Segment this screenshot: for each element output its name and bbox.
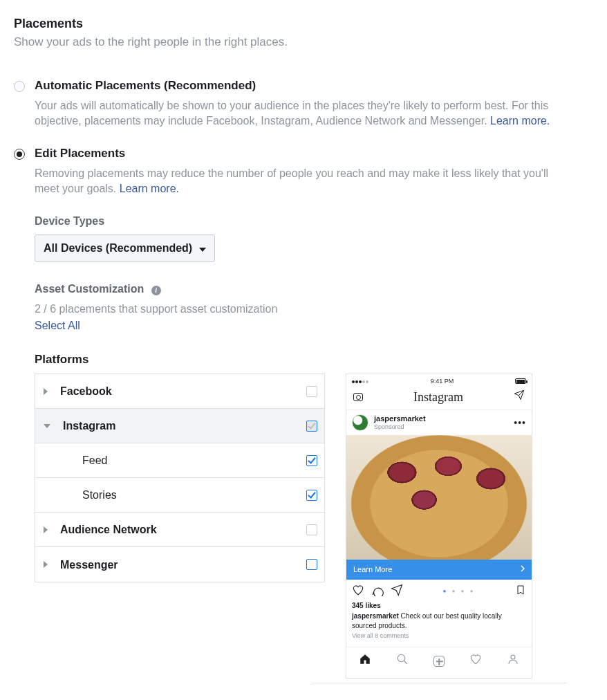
edit-learn-more-link[interactable]: Learn more. [120, 183, 179, 194]
platform-subrow-stories[interactable]: Stories [35, 478, 324, 513]
ad-preview-phone: 9:41 PM Instagram jaspersmarket Sponsore… [346, 374, 532, 679]
sub-placement-name: Stories [63, 488, 301, 503]
view-all-comments: View all 8 comments [346, 630, 532, 647]
cta-label: Learn More [353, 564, 392, 575]
signal-icon [352, 377, 369, 385]
comment-icon [371, 584, 384, 600]
post-caption: jaspersmarket Check out our best quality… [346, 610, 532, 630]
caret-down-icon [199, 241, 206, 256]
activity-icon [469, 653, 482, 670]
device-types-label: Device Types [35, 214, 593, 229]
sponsored-label: Sponsored [374, 423, 514, 431]
post-username: jaspersmarket [374, 414, 514, 423]
radio-label: Edit Placements [35, 146, 125, 162]
platform-row-facebook[interactable]: Facebook [35, 374, 324, 409]
chevron-right-icon [44, 388, 48, 395]
send-icon [514, 389, 525, 404]
phone-status-bar: 9:41 PM [346, 374, 532, 385]
divider [311, 683, 567, 683]
share-icon [391, 584, 403, 600]
battery-icon [515, 378, 526, 384]
platform-row-instagram[interactable]: Instagram [35, 409, 324, 443]
asset-customization-text: Asset Customization [35, 283, 144, 295]
automatic-learn-more-link[interactable]: Learn more. [490, 115, 550, 127]
platforms-label: Platforms [35, 352, 593, 368]
device-types-select[interactable]: All Devices (Recommended) [35, 234, 215, 262]
post-image [346, 435, 532, 560]
platform-row-audience-network[interactable]: Audience Network [35, 513, 324, 547]
cta-bar: Learn More [346, 560, 532, 580]
platform-subrow-feed[interactable]: Feed [35, 443, 324, 478]
platform-name: Instagram [63, 418, 301, 434]
platform-name: Audience Network [60, 522, 301, 537]
automatic-description-text: Your ads will automatically be shown to … [35, 100, 548, 127]
info-icon[interactable]: i [151, 286, 161, 295]
carousel-dots: ● ● ● ● [410, 588, 508, 596]
automatic-description: Your ads will automatically be shown to … [35, 98, 574, 128]
radio-edit-placements[interactable]: Edit Placements [14, 146, 593, 162]
radio-indicator [14, 81, 25, 92]
radio-automatic-placements[interactable]: Automatic Placements (Recommended) [14, 78, 593, 94]
status-time: 9:41 PM [431, 377, 454, 385]
post-header: jaspersmarket Sponsored ••• [346, 410, 532, 435]
sub-placement-name: Feed [63, 453, 301, 468]
radio-label: Automatic Placements (Recommended) [35, 78, 256, 94]
chevron-right-icon [521, 564, 525, 575]
asset-customization-label: Asset Customization i [35, 282, 593, 297]
instagram-logo: Instagram [413, 389, 463, 405]
radio-indicator [14, 149, 25, 160]
chevron-right-icon [44, 526, 48, 533]
platform-row-messenger[interactable]: Messenger [35, 547, 324, 582]
preview-container: 9:41 PM Instagram jaspersmarket Sponsore… [346, 374, 567, 683]
camera-icon [353, 393, 363, 401]
instagram-header: Instagram [346, 386, 532, 410]
likes-count: 345 likes [346, 601, 532, 611]
checkbox-audience-network[interactable] [306, 524, 317, 535]
home-icon [359, 653, 371, 670]
device-types-value: All Devices (Recommended) [44, 241, 192, 256]
more-icon: ••• [514, 416, 526, 430]
profile-icon [507, 653, 519, 670]
add-post-icon [433, 656, 445, 667]
instagram-bottom-nav [346, 647, 532, 678]
checkbox-facebook[interactable] [306, 386, 317, 397]
section-subtitle: Show your ads to the right people in the… [14, 35, 593, 50]
chevron-right-icon [44, 561, 48, 568]
section-title: Placements [14, 15, 593, 32]
edit-description-text: Removing placements may reduce the numbe… [35, 167, 548, 194]
asset-customization-count: 2 / 6 placements that support asset cust… [35, 302, 593, 317]
platform-name: Facebook [60, 384, 301, 399]
svg-point-1 [511, 655, 515, 659]
search-icon [396, 653, 409, 670]
checkbox-instagram[interactable] [306, 421, 317, 432]
svg-point-0 [398, 655, 405, 663]
post-actions: ● ● ● ● [346, 580, 532, 601]
select-all-link[interactable]: Select All [35, 318, 80, 333]
bookmark-icon [515, 584, 526, 600]
checkbox-stories[interactable] [306, 490, 317, 501]
heart-icon [352, 584, 364, 600]
chevron-down-icon [44, 424, 50, 428]
platform-name: Messenger [60, 558, 301, 573]
edit-description: Removing placements may reduce the numbe… [35, 166, 574, 196]
checkbox-messenger[interactable] [306, 559, 317, 570]
avatar [352, 414, 368, 431]
checkbox-feed[interactable] [306, 455, 317, 466]
caption-username: jaspersmarket [352, 612, 399, 620]
platforms-table: Facebook Instagram Feed Stories [35, 374, 325, 582]
